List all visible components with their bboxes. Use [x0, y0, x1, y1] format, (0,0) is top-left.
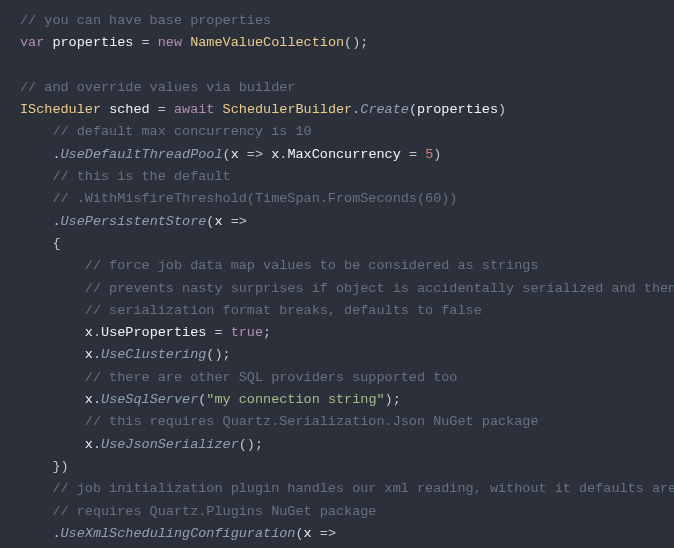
punct: ();: [206, 347, 230, 362]
operator: =: [133, 35, 157, 50]
identifier: sched: [109, 102, 150, 117]
punct: .: [93, 392, 101, 407]
punct: (: [223, 147, 231, 162]
punct: );: [385, 392, 401, 407]
punct: (: [295, 526, 303, 541]
code-block: // you can have base properties var prop…: [0, 0, 674, 548]
comment: // serialization format breaks, defaults…: [85, 303, 482, 318]
comment: // prevents nasty surprises if object is…: [85, 281, 674, 296]
punct: .: [93, 325, 101, 340]
punct: ;: [263, 325, 271, 340]
punct: ): [433, 147, 441, 162]
punct: .: [52, 147, 60, 162]
punct: .: [52, 526, 60, 541]
comment: // and override values via builder: [20, 80, 295, 95]
punct: (: [409, 102, 417, 117]
operator: =>: [223, 214, 247, 229]
comment: // .WithMisfireThreshold(TimeSpan.FromSe…: [52, 191, 457, 206]
punct: ();: [344, 35, 368, 50]
brace: }): [52, 459, 68, 474]
method: UseSqlServer: [101, 392, 198, 407]
method: UseJsonSerializer: [101, 437, 239, 452]
punct: .: [93, 437, 101, 452]
comment: // requires Quartz.Plugins NuGet package: [52, 504, 376, 519]
identifier: x: [85, 347, 93, 362]
comment: // force job data map values to be consi…: [85, 258, 539, 273]
identifier: x: [85, 392, 93, 407]
punct: ): [498, 102, 506, 117]
type: IScheduler: [20, 102, 101, 117]
identifier: UseProperties: [101, 325, 206, 340]
operator: =: [401, 147, 425, 162]
method: UseClustering: [101, 347, 206, 362]
comment: // you can have base properties: [20, 13, 271, 28]
method: UseXmlSchedulingConfiguration: [61, 526, 296, 541]
identifier: properties: [417, 102, 498, 117]
punct: ();: [239, 437, 263, 452]
comment: // there are other SQL providers support…: [85, 370, 458, 385]
identifier: x: [85, 325, 93, 340]
method: UsePersistentStore: [61, 214, 207, 229]
brace: {: [52, 236, 60, 251]
operator: =: [206, 325, 230, 340]
comment: // default max concurrency is 10: [52, 124, 311, 139]
identifier: properties: [52, 35, 133, 50]
comment: // job initialization plugin handles our…: [52, 481, 674, 496]
identifier: x: [231, 147, 239, 162]
operator: =>: [239, 147, 271, 162]
keyword: new: [158, 35, 182, 50]
identifier: x: [85, 437, 93, 452]
punct: .: [52, 214, 60, 229]
identifier: MaxConcurrency: [287, 147, 400, 162]
identifier: x: [304, 526, 312, 541]
comment: // this is the default: [52, 169, 230, 184]
operator: =: [150, 102, 174, 117]
keyword: var: [20, 35, 44, 50]
string: "my connection string": [206, 392, 384, 407]
punct: .: [93, 347, 101, 362]
method: UseDefaultThreadPool: [61, 147, 223, 162]
method: Create: [360, 102, 409, 117]
operator: =>: [312, 526, 336, 541]
type: SchedulerBuilder: [223, 102, 353, 117]
identifier: x: [214, 214, 222, 229]
comment: // this requires Quartz.Serialization.Js…: [85, 414, 539, 429]
keyword: await: [174, 102, 215, 117]
type: NameValueCollection: [190, 35, 344, 50]
boolean: true: [231, 325, 263, 340]
